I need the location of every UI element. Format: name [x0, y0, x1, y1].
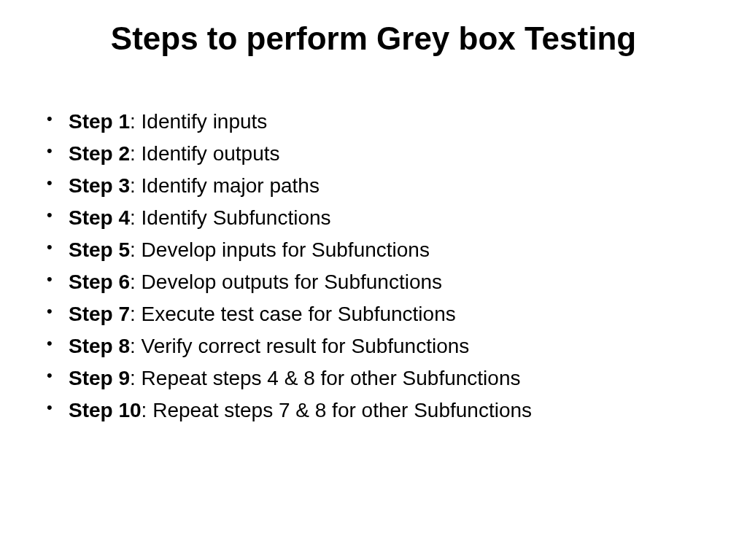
list-item: Step 4: Identify Subfunctions [69, 203, 711, 233]
step-text: : Develop outputs for Subfunctions [130, 271, 442, 293]
list-item: Step 6: Develop outputs for Subfunctions [69, 267, 711, 298]
list-item: Step 10: Repeat steps 7 & 8 for other Su… [69, 395, 711, 426]
step-label: Step 1 [69, 110, 130, 133]
step-text: : Identify outputs [130, 142, 279, 165]
step-text: : Execute test case for Subfunctions [130, 303, 456, 325]
step-text: : Repeat steps 4 & 8 for other Subfuncti… [130, 367, 520, 389]
step-label: Step 3 [69, 174, 130, 197]
list-item: Step 1: Identify inputs [69, 106, 711, 137]
steps-list: Step 1: Identify inputs Step 2: Identify… [36, 106, 711, 426]
step-text: : Identify major paths [130, 174, 320, 197]
step-label: Step 6 [69, 271, 130, 293]
step-label: Step 5 [69, 238, 130, 261]
step-label: Step 4 [69, 206, 130, 229]
list-item: Step 8: Verify correct result for Subfun… [69, 331, 711, 362]
list-item: Step 3: Identify major paths [69, 171, 711, 201]
slide-title: Steps to perform Grey box Testing [36, 20, 711, 57]
step-text: : Verify correct result for Subfunctions [130, 335, 469, 357]
list-item: Step 7: Execute test case for Subfunctio… [69, 299, 711, 330]
step-text: : Repeat steps 7 & 8 for other Subfuncti… [142, 399, 532, 421]
step-text: : Develop inputs for Subfunctions [130, 238, 430, 261]
step-label: Step 8 [69, 335, 130, 357]
step-text: : Identify inputs [130, 110, 267, 133]
step-label: Step 10 [69, 399, 142, 421]
step-label: Step 7 [69, 303, 130, 325]
list-item: Step 2: Identify outputs [69, 139, 711, 169]
list-item: Step 5: Develop inputs for Subfunctions [69, 235, 711, 265]
step-label: Step 9 [69, 367, 130, 389]
step-text: : Identify Subfunctions [130, 206, 331, 229]
list-item: Step 9: Repeat steps 4 & 8 for other Sub… [69, 363, 711, 394]
step-label: Step 2 [69, 142, 130, 165]
